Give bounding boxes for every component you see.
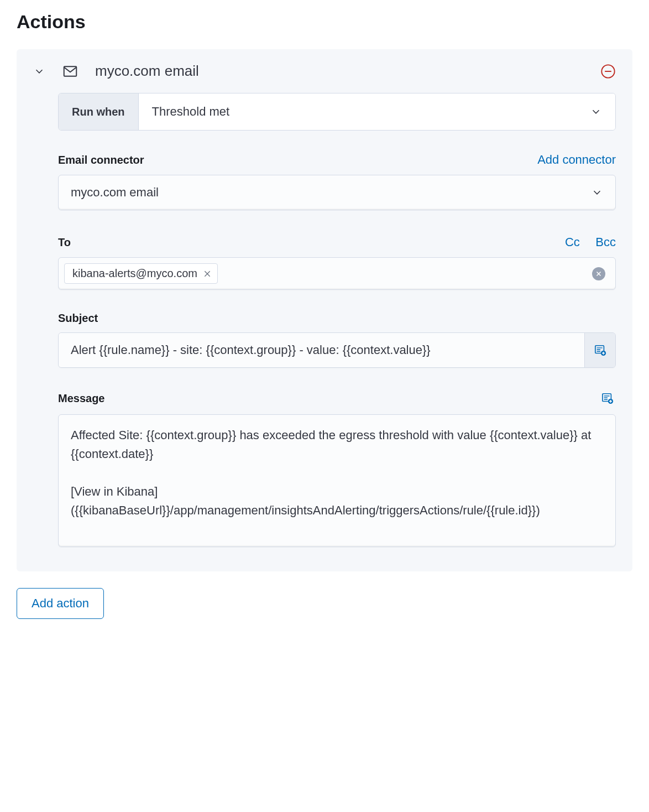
action-header: myco.com email bbox=[17, 49, 632, 93]
run-when-label: Run when bbox=[59, 93, 139, 130]
chevron-down-icon bbox=[591, 186, 603, 199]
index-add-icon bbox=[601, 392, 614, 404]
insert-variable-subject-button[interactable] bbox=[584, 333, 615, 367]
connector-label: Email connector bbox=[58, 154, 144, 166]
chevron-down-icon bbox=[33, 65, 45, 77]
action-title: myco.com email bbox=[95, 63, 589, 80]
recipient-value: kibana-alerts@myco.com bbox=[72, 267, 197, 280]
add-connector-link[interactable]: Add connector bbox=[537, 153, 616, 167]
run-when-select[interactable]: Threshold met bbox=[139, 93, 615, 130]
page-title: Actions bbox=[17, 11, 632, 33]
connector-select[interactable]: myco.com email bbox=[58, 175, 616, 210]
index-add-icon bbox=[594, 344, 606, 356]
run-when-field: Run when Threshold met bbox=[58, 93, 616, 131]
minus-circle-icon bbox=[600, 64, 616, 79]
insert-variable-message-button[interactable] bbox=[599, 390, 616, 407]
to-label: To bbox=[58, 236, 71, 249]
mail-icon bbox=[62, 63, 78, 80]
subject-field bbox=[58, 332, 616, 368]
message-label-row: Message bbox=[58, 390, 616, 407]
close-icon bbox=[595, 270, 602, 277]
remove-action-button[interactable] bbox=[600, 64, 616, 79]
message-label: Message bbox=[58, 392, 105, 405]
chevron-down-icon bbox=[590, 106, 602, 118]
recipient-pill: kibana-alerts@myco.com bbox=[64, 263, 218, 284]
remove-recipient-button[interactable] bbox=[203, 269, 212, 278]
add-action-button[interactable]: Add action bbox=[17, 588, 104, 619]
subject-input[interactable] bbox=[59, 333, 584, 367]
bcc-link[interactable]: Bcc bbox=[595, 235, 616, 249]
connector-value: myco.com email bbox=[71, 185, 159, 200]
close-icon bbox=[203, 269, 212, 278]
message-textarea[interactable] bbox=[58, 414, 616, 547]
clear-recipients-button[interactable] bbox=[592, 267, 605, 280]
subject-label: Subject bbox=[58, 312, 616, 325]
run-when-value: Threshold met bbox=[152, 105, 230, 119]
action-body: Run when Threshold met Email connector A… bbox=[17, 93, 632, 571]
to-combo-box[interactable]: kibana-alerts@myco.com bbox=[58, 257, 616, 290]
action-panel: myco.com email Run when Threshold met Em… bbox=[17, 49, 632, 571]
cc-link[interactable]: Cc bbox=[565, 235, 580, 249]
to-label-row: To Cc Bcc bbox=[58, 235, 616, 249]
connector-label-row: Email connector Add connector bbox=[58, 153, 616, 167]
collapse-toggle[interactable] bbox=[33, 65, 45, 77]
